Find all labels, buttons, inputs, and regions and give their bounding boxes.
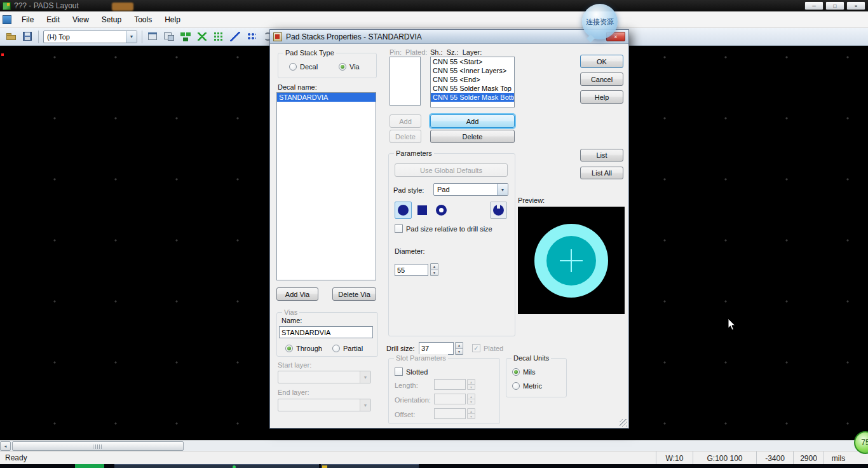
end-layer-value [278,399,360,411]
slot-parameters-label: Slot Parameters [394,354,448,362]
layer-list-item[interactable]: CNN 55 Solder Mask Top [431,84,514,93]
add-pin-button[interactable]: Add [390,114,421,128]
menu-file[interactable]: File [15,11,40,27]
close-button[interactable]: × [846,1,865,10]
odd-pad-icon [493,205,504,216]
window-icon[interactable] [147,31,159,42]
delete-via-button[interactable]: Delete Via [332,287,376,301]
menu-edit[interactable]: Edit [40,11,66,27]
green-components-icon[interactable] [180,31,192,42]
scrollbar-thumb[interactable] [12,441,184,451]
scroll-left-icon[interactable]: ◄ [0,441,11,451]
decal-radio-label: Decal [300,63,318,71]
menu-bar: File Edit View Setup Tools Help [0,11,868,28]
layer-combo[interactable]: (H) Top ▼ [43,31,137,43]
list-all-button[interactable]: List All [580,167,623,179]
add-layer-button[interactable]: Add [430,114,515,128]
mils-radio[interactable]: Mils [512,368,536,376]
save-icon[interactable] [22,31,34,42]
vias-name-input[interactable] [279,326,373,338]
round-pad-shape-button[interactable] [395,202,412,219]
status-grid-value: G:100 100 [707,454,742,463]
via-radio[interactable]: Via [339,63,360,71]
help-button[interactable]: Help [580,90,623,104]
chevron-down-icon: ▼ [360,399,370,411]
offset-label: Offset: [395,411,415,419]
diameter-input[interactable] [395,264,428,276]
close-icon: × [614,34,617,40]
resize-grip[interactable] [620,419,627,427]
spin-down-icon[interactable]: ▼ [455,348,463,355]
check-icon: ✓ [472,344,480,352]
green-grid-icon[interactable] [213,31,225,42]
plated-label: Plated [484,345,503,352]
decal-name-list[interactable]: STANDARDVIA [276,92,376,280]
ok-button[interactable]: OK [580,55,623,68]
open-file-icon[interactable] [5,31,17,42]
list-button[interactable]: List [580,149,623,162]
window-overlay-icon[interactable] [163,31,175,42]
pads-app-icon [3,2,11,10]
annular-pad-shape-button[interactable] [433,202,450,219]
pin-list[interactable] [390,57,421,106]
taskbar-app-green[interactable] [75,464,104,468]
window-titlebar[interactable]: ??? - PADS Layout ─ □ × [0,0,868,11]
delete-pin-button[interactable]: Delete [390,130,421,143]
pad-style-combo[interactable]: Pad ▼ [433,183,508,196]
layer-list-item[interactable]: CNN 55 <Inner Layers> [431,66,514,75]
spin-up-icon[interactable]: ▲ [455,342,463,349]
layer-list-item[interactable]: CNN 55 <Start> [431,57,514,66]
layer-list[interactable]: CNN 55 <Start> CNN 55 <Inner Layers> CNN… [430,57,515,107]
start-layer-label: Start layer: [278,361,311,369]
end-layer-combo[interactable]: ▼ [278,399,371,411]
menu-tools[interactable]: Tools [128,11,158,27]
pad-size-relative-checkbox[interactable]: Pad size relative to drill size [395,224,492,233]
layer-list-item[interactable]: CNN 55 Solder Mask Botto [431,93,514,102]
green-arrows-icon[interactable] [196,31,208,42]
maximize-button[interactable]: □ [825,1,844,10]
odd-pad-shape-button[interactable] [490,202,507,219]
dialog-titlebar[interactable]: Pad Stacks Properties - STANDARDVIA [270,30,628,44]
decal-list-item[interactable]: STANDARDVIA [277,93,376,102]
partial-radio[interactable]: Partial [332,345,363,352]
length-input[interactable] [434,379,466,390]
offset-input[interactable] [434,408,466,419]
length-spinner[interactable]: ▲ ▼ [467,379,475,390]
drill-size-input[interactable] [419,342,454,355]
minimize-button[interactable]: ─ [804,1,824,10]
parameters-group-label: Parameters [394,149,434,157]
use-global-defaults-button[interactable]: Use Global Defaults [395,163,508,177]
metric-radio[interactable]: Metric [512,382,542,390]
offset-spinner[interactable]: ▲ ▼ [467,408,475,419]
drill-size-spinner[interactable]: ▲ ▼ [455,342,463,355]
add-via-button[interactable]: Add Via [276,287,318,301]
decal-radio[interactable]: Decal [289,63,318,71]
cancel-button[interactable]: Cancel [580,72,623,86]
delete-layer-button[interactable]: Delete [430,130,515,143]
start-layer-combo[interactable]: ▼ [278,371,371,383]
horizontal-scrollbar[interactable]: ◄ ► [0,440,868,451]
orientation-spinner[interactable]: ▲ ▼ [467,394,475,404]
pad-style-value: Pad [434,184,497,195]
slotted-checkbox[interactable]: Slotted [395,368,428,376]
spin-up-icon[interactable]: ▲ [430,263,438,270]
taskbar-window-2[interactable] [321,464,419,468]
layer-list-item[interactable]: CNN 55 <End> [431,75,514,84]
mouse-cursor [728,318,736,331]
menu-view[interactable]: View [66,11,95,27]
menu-help[interactable]: Help [158,11,187,27]
status-x-coordinate: -3400 [756,451,793,465]
menu-setup[interactable]: Setup [95,11,128,27]
blue-dots-icon[interactable] [246,31,258,42]
status-units-value: mils [832,454,845,463]
taskbar-window-1[interactable] [114,464,319,468]
diameter-spinner[interactable]: ▲ ▼ [430,263,438,276]
menu-app-icon [3,15,11,24]
blue-line-icon[interactable] [229,31,241,42]
square-pad-shape-button[interactable] [414,202,431,219]
plated-checkbox[interactable]: ✓ Plated [472,344,503,352]
connect-resources-balloon[interactable]: 连接资源 [582,4,618,39]
spin-down-icon[interactable]: ▼ [430,270,438,277]
orientation-input[interactable] [434,394,466,404]
through-radio[interactable]: Through [285,345,322,352]
